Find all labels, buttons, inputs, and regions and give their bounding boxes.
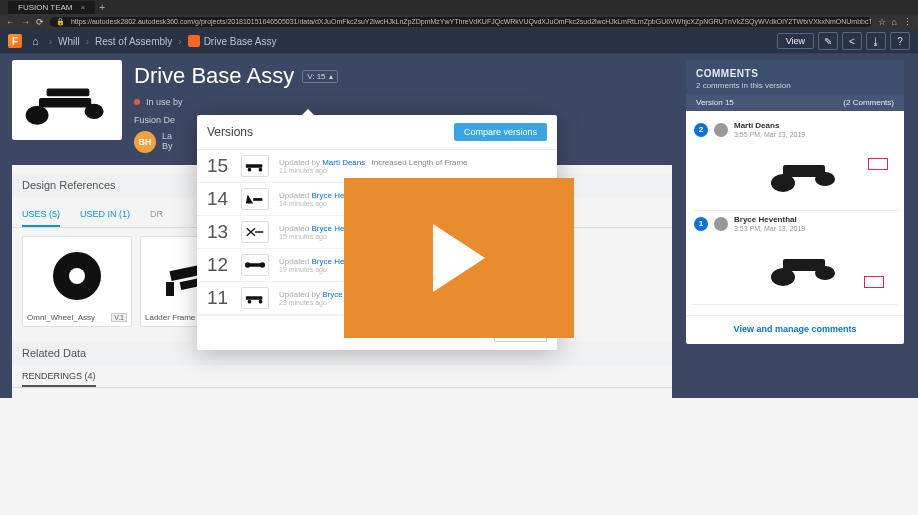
status-dot-icon: [134, 99, 140, 105]
view-button[interactable]: View: [777, 33, 814, 49]
breadcrumb: ›Whill ›Rest of Assembly ›Drive Base Ass…: [49, 35, 277, 47]
download-icon[interactable]: ⭳: [866, 32, 886, 50]
tab-title: FUSION TEAM: [18, 3, 73, 12]
inuse-label: In use by: [146, 97, 183, 107]
card-version: V.1: [111, 313, 127, 322]
product-thumbnail: [12, 60, 122, 140]
svg-point-21: [260, 262, 266, 268]
chevron-up-icon: ▴: [329, 72, 333, 81]
svg-rect-15: [246, 164, 263, 168]
avatar: [714, 123, 728, 137]
version-number: 15: [207, 155, 231, 177]
close-icon[interactable]: ×: [81, 3, 86, 12]
svg-rect-14: [783, 259, 825, 271]
versions-heading: Versions: [207, 125, 253, 139]
lock-icon: 🔒: [56, 18, 65, 25]
comment-time: 3:55 PM, Mar 13, 2019: [734, 131, 805, 138]
comment-author: Bryce Heventhal: [734, 215, 805, 224]
svg-point-16: [248, 168, 252, 172]
tab-usedin[interactable]: USED IN (1): [80, 203, 130, 227]
avatar[interactable]: BH: [134, 131, 156, 153]
comments-sub: 2 comments in this version: [696, 81, 894, 90]
card-name: Omni_Wheel_Assy: [27, 313, 95, 322]
svg-rect-3: [46, 89, 89, 97]
browser-tab[interactable]: FUSION TEAM ×: [8, 1, 95, 14]
svg-point-23: [248, 300, 252, 304]
version-number: 11: [207, 287, 231, 309]
back-icon[interactable]: ←: [6, 17, 15, 27]
version-thumb-icon: [241, 221, 269, 243]
comments-panel: COMMENTS 2 comments in this version Vers…: [686, 60, 904, 344]
edit-icon[interactable]: ✎: [818, 32, 838, 50]
ref-card[interactable]: Omni_Wheel_AssyV.1: [22, 236, 132, 327]
svg-point-0: [25, 106, 48, 125]
share-icon[interactable]: <: [842, 32, 862, 50]
comment-item[interactable]: 2 Marti Deans3:55 PM, Mar 13, 2019: [692, 117, 898, 211]
comment-thumbnail: [714, 236, 890, 296]
help-icon[interactable]: ?: [890, 32, 910, 50]
comments-heading: COMMENTS: [696, 68, 894, 79]
tab-uses[interactable]: USES (5): [22, 203, 60, 227]
home-icon[interactable]: ⌂: [892, 17, 897, 27]
star-icon[interactable]: ☆: [878, 17, 886, 27]
svg-rect-18: [253, 198, 262, 201]
comment-number: 2: [694, 123, 708, 137]
svg-rect-22: [246, 296, 263, 300]
crumb-whill[interactable]: Whill: [58, 36, 80, 47]
svg-point-20: [245, 262, 251, 268]
comment-thumbnail: [714, 142, 890, 202]
version-badge[interactable]: V: 15▴: [302, 70, 337, 83]
app-header: F ⌂ ›Whill ›Rest of Assembly ›Drive Base…: [0, 29, 918, 54]
play-icon: [433, 224, 485, 292]
version-number: 12: [207, 254, 231, 276]
new-tab-button[interactable]: +: [99, 2, 105, 13]
version-thumb-icon: [241, 155, 269, 177]
home-icon[interactable]: ⌂: [32, 35, 39, 47]
reload-icon[interactable]: ⟳: [36, 17, 44, 27]
svg-rect-8: [166, 282, 174, 296]
version-desc: Increased Length of Frame: [369, 158, 467, 167]
version-time: 11 minutes ago: [279, 167, 468, 174]
crumb-rest[interactable]: Rest of Assembly: [95, 36, 172, 47]
crumb-current: Drive Base Assy: [188, 35, 277, 47]
comment-time: 3:53 PM, Mar 13, 2019: [734, 225, 805, 232]
comment-item[interactable]: 1 Bryce Heventhal3:53 PM, Mar 13, 2019: [692, 211, 898, 305]
svg-rect-11: [783, 165, 825, 177]
svg-point-5: [69, 268, 85, 284]
forward-icon[interactable]: →: [21, 17, 30, 27]
comments-version-label: Version 15: [696, 98, 734, 107]
browser-url-bar: ← → ⟳ 🔒 https://autodesk2802.autodesk360…: [0, 14, 918, 29]
version-number: 14: [207, 188, 231, 210]
view-manage-comments-link[interactable]: View and manage comments: [686, 315, 904, 344]
svg-point-24: [259, 300, 263, 304]
svg-rect-2: [39, 98, 91, 108]
svg-point-17: [259, 168, 263, 172]
menu-icon[interactable]: ⋮: [903, 17, 912, 27]
version-thumb-icon: [241, 188, 269, 210]
url-input[interactable]: 🔒 https://autodesk2802.autodesk360.com/g…: [50, 17, 872, 27]
tab-renderings[interactable]: RENDERINGS (4): [22, 371, 96, 387]
version-user: Marti Deans: [322, 158, 365, 167]
version-thumb-icon: [241, 254, 269, 276]
file-icon: [188, 35, 200, 47]
play-button[interactable]: [344, 178, 574, 338]
brand-logo[interactable]: F: [8, 34, 22, 48]
compare-versions-button[interactable]: Compare versions: [454, 123, 547, 141]
browser-tab-strip: FUSION TEAM × +: [0, 0, 918, 14]
card-name: Ladder Frame A: [145, 313, 202, 322]
version-thumb-icon: [241, 287, 269, 309]
tab-drawings[interactable]: DR: [150, 203, 163, 227]
version-number: 13: [207, 221, 231, 243]
comment-number: 1: [694, 217, 708, 231]
comment-author: Marti Deans: [734, 121, 805, 130]
avatar: [714, 217, 728, 231]
comments-count: (2 Comments): [843, 98, 894, 107]
page-title: Drive Base Assy: [134, 63, 294, 89]
